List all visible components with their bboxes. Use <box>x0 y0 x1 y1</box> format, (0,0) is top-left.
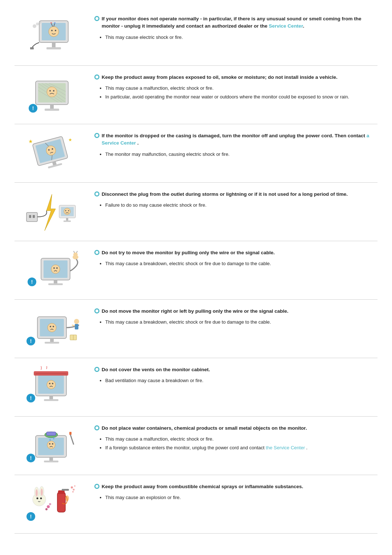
svg-point-72 <box>48 323 56 332</box>
service-center-link-1[interactable]: Service Center <box>269 23 303 29</box>
service-center-link-8[interactable]: the Service Center <box>266 445 305 450</box>
svg-rect-11 <box>30 47 34 49</box>
svg-point-86 <box>49 383 50 384</box>
section-9-bullets: This may cause an explosion or fire. <box>105 494 374 501</box>
svg-rect-106 <box>58 490 65 494</box>
svg-point-23 <box>47 87 57 97</box>
section-7-content: Do not cover the vents on the monitor ca… <box>94 366 374 386</box>
section-3-heading-text: If the monitor is dropped or the casing … <box>102 132 374 147</box>
bullet-icon-6 <box>94 308 99 313</box>
list-item: This may cause a breakdown, electric sho… <box>105 260 374 267</box>
svg-point-99 <box>49 443 50 445</box>
svg-point-14 <box>39 21 41 24</box>
svg-rect-3 <box>46 47 61 49</box>
svg-rect-47 <box>66 218 68 221</box>
section-4: Disconnect the plug from the outlet duri… <box>15 183 377 241</box>
section-8-heading: Do not place water containers, chemical … <box>94 425 374 432</box>
list-item: This may cause a malfunction, electric s… <box>105 436 374 443</box>
svg-point-73 <box>50 326 51 327</box>
svg-rect-27 <box>45 109 59 111</box>
section-5-heading: Do not try to move the monitor by pullin… <box>94 249 374 256</box>
section-3: ★ ★ If the monitor is dropped or the cas… <box>15 124 377 183</box>
svg-rect-81 <box>49 396 53 400</box>
svg-point-10 <box>54 22 56 24</box>
svg-line-71 <box>72 325 75 326</box>
list-item: The monitor may malfunction, causing ele… <box>105 151 374 158</box>
svg-point-122 <box>45 508 48 510</box>
svg-point-74 <box>53 326 54 327</box>
svg-point-115 <box>36 489 38 497</box>
bullet-icon-8 <box>94 425 99 430</box>
svg-rect-93 <box>44 461 58 462</box>
section-6-heading: Do not move the monitor right or left by… <box>94 308 374 315</box>
section-2-bullets: This may cause a malfunction, electric s… <box>105 85 374 100</box>
section-2-heading-text: Keep the product away from places expose… <box>102 74 338 81</box>
bullet-icon-7 <box>94 367 99 372</box>
svg-text:!: ! <box>31 279 33 285</box>
section-2: ! Keep the product away from places expo… <box>15 66 377 124</box>
svg-point-120 <box>47 505 50 508</box>
section-6: ! Do not move the monitor right or left … <box>15 300 377 358</box>
svg-point-98 <box>47 441 55 449</box>
svg-point-87 <box>52 383 53 384</box>
svg-point-59 <box>56 267 58 269</box>
section-9: ! Keep the product away from combustible… <box>15 475 377 534</box>
svg-point-46 <box>68 210 69 211</box>
svg-rect-2 <box>52 42 56 48</box>
section-2-image: ! <box>18 74 83 117</box>
svg-rect-49 <box>26 212 37 222</box>
section-3-bullets: The monitor may malfunction, causing ele… <box>105 151 374 158</box>
section-4-content: Disconnect the plug from the outlet duri… <box>94 191 374 210</box>
list-item: This may cause a malfunction, electric s… <box>105 85 374 92</box>
list-item: This may cause an explosion or fire. <box>105 494 374 501</box>
svg-point-12 <box>33 24 36 28</box>
svg-point-69 <box>74 319 79 324</box>
svg-point-121 <box>49 503 51 505</box>
svg-rect-82 <box>44 399 58 401</box>
svg-point-4 <box>49 27 59 37</box>
section-7-heading: Do not cover the vents on the monitor ca… <box>94 366 374 373</box>
section-1: If your monitor does not operate normall… <box>15 7 377 66</box>
section-5: ! Do not try to move the monitor by pull… <box>15 241 377 300</box>
section-6-heading-text: Do not move the monitor right or left by… <box>102 308 289 315</box>
svg-rect-48 <box>64 220 71 222</box>
section-7-bullets: Bad ventilation may cause a breakdown or… <box>105 377 374 384</box>
svg-point-13 <box>36 23 39 25</box>
bullet-icon-1 <box>94 16 99 21</box>
section-5-content: Do not try to move the monitor by pullin… <box>94 249 374 269</box>
svg-rect-67 <box>50 339 54 342</box>
list-item: Bad ventilation may cause a breakdown or… <box>105 377 374 384</box>
section-4-heading: Disconnect the plug from the outlet duri… <box>94 191 374 198</box>
svg-point-58 <box>53 267 55 269</box>
section-4-image <box>18 191 83 234</box>
list-item: Failure to do so may cause electric shoc… <box>105 202 374 209</box>
section-7: ! Do not cover the vents on the monitor … <box>15 358 377 417</box>
svg-point-24 <box>49 90 51 92</box>
section-7-heading-text: Do not cover the vents on the monitor ca… <box>102 366 210 373</box>
svg-point-109 <box>73 489 74 491</box>
bullet-icon-5 <box>94 250 99 255</box>
svg-point-44 <box>64 208 70 215</box>
section-1-content: If your monitor does not operate normall… <box>94 15 374 42</box>
svg-rect-55 <box>48 283 63 285</box>
section-6-bullets: This may cause a breakdown, electric sho… <box>105 319 374 326</box>
svg-text:★: ★ <box>28 138 33 144</box>
section-9-content: Keep the product away from combustible c… <box>94 483 374 503</box>
section-9-heading-text: Keep the product away from combustible c… <box>102 483 303 490</box>
svg-point-116 <box>41 489 43 496</box>
svg-point-5 <box>51 30 53 31</box>
section-2-content: Keep the product away from places expose… <box>94 74 374 102</box>
svg-point-62 <box>73 252 78 257</box>
svg-marker-41 <box>45 194 56 231</box>
svg-rect-26 <box>50 105 54 109</box>
svg-rect-68 <box>45 342 59 344</box>
section-3-heading: If the monitor is dropped or the casing … <box>94 132 374 147</box>
list-item: If a foreign substance enters the monito… <box>105 444 374 451</box>
svg-rect-92 <box>49 457 53 461</box>
svg-rect-70 <box>75 324 78 329</box>
svg-point-57 <box>51 265 60 274</box>
svg-line-64 <box>77 251 77 253</box>
section-4-heading-text: Disconnect the plug from the outlet duri… <box>102 191 348 198</box>
section-6-content: Do not move the monitor right or left by… <box>94 308 374 327</box>
svg-rect-104 <box>69 432 72 435</box>
